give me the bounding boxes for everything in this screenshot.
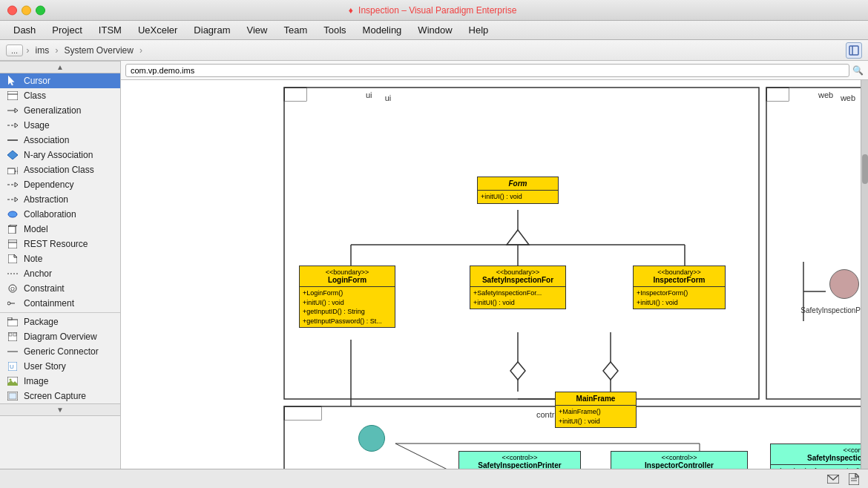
maximize-button[interactable]: [36, 5, 45, 15]
sidebar-item-cursor[interactable]: Cursor: [0, 73, 120, 88]
sidebar-item-class[interactable]: Class: [0, 88, 120, 103]
sidebar-label-generic-connector: Generic Connector: [24, 346, 99, 357]
form-box[interactable]: Form +initUI() : void: [477, 177, 559, 204]
sidebar-item-anchor[interactable]: Anchor: [0, 266, 120, 281]
scrollbar[interactable]: [861, 80, 868, 469]
screen-capture-icon: [6, 391, 19, 401]
sidebar-label-model: Model: [24, 224, 48, 234]
inspector-form-box[interactable]: <<boundary>> InspectorForm +InspectorFor…: [633, 266, 726, 309]
svg-rect-33: [9, 333, 12, 336]
svg-marker-6: [15, 108, 18, 113]
sidebar-item-collaboration[interactable]: Collaboration: [0, 207, 120, 222]
mainframe-body: +MainFrame() +initUI() : void: [556, 406, 636, 427]
safety-inspection-form-box[interactable]: <<boundary>> SafetyInspectionFor +Safety…: [470, 266, 566, 309]
constraint-icon: Ω: [6, 283, 19, 294]
svg-marker-15: [15, 182, 18, 187]
menu-item-diagram[interactable]: Diagram: [186, 23, 237, 37]
sidebar-item-diagram-overview[interactable]: Diagram Overview: [0, 329, 120, 344]
menu-item-project[interactable]: Project: [45, 23, 89, 37]
search-input[interactable]: [125, 64, 849, 77]
association-icon: [6, 135, 19, 145]
sidebar-item-nary[interactable]: N-ary Association: [0, 148, 120, 162]
abstraction-icon: [6, 194, 19, 205]
svg-marker-24: [14, 254, 17, 257]
nary-icon: [6, 150, 19, 160]
svg-point-18: [8, 211, 17, 217]
sidebar-label-cursor: Cursor: [24, 76, 50, 86]
svg-rect-42: [9, 393, 16, 399]
sidebar-label-association: Association: [24, 135, 69, 145]
menu-item-help[interactable]: Help: [461, 23, 496, 37]
sidebar-scroll-down[interactable]: ▼: [0, 403, 120, 416]
sidebar-scroll-up[interactable]: ▲: [0, 61, 120, 73]
loginform-box[interactable]: <<boundary>> LoginForm +LoginForm() +ini…: [299, 266, 395, 328]
sidebar-label-user-story: User Story: [24, 361, 66, 372]
file-button[interactable]: [846, 471, 862, 487]
safety-inspection-form-body: +SafetyInspectionFor... +initUI() : void: [470, 287, 565, 309]
title-icon: ♦: [349, 5, 353, 16]
sidebar-item-rest[interactable]: REST Resource: [0, 237, 120, 251]
menu-item-view[interactable]: View: [239, 23, 274, 37]
mainframe-box[interactable]: MainFrame +MainFrame() +initUI() : void: [555, 392, 637, 428]
sidebar-item-image[interactable]: Image: [0, 374, 120, 389]
sidebar-item-screen-capture[interactable]: Screen Capture: [0, 389, 120, 403]
sidebar-item-association-class[interactable]: Association Class: [0, 162, 120, 177]
menu-item-uexceler[interactable]: UeXceler: [131, 23, 185, 37]
anchor-icon: [6, 268, 19, 279]
scrollbar-thumb[interactable]: [862, 154, 868, 184]
sidebar-item-usage[interactable]: Usage: [0, 118, 120, 133]
svg-point-29: [7, 302, 10, 305]
menu-item-team[interactable]: Team: [276, 23, 315, 37]
menu-item-dash[interactable]: Dash: [6, 23, 43, 37]
sidebar-item-abstraction[interactable]: Abstraction: [0, 192, 120, 207]
menubar: DashProjectITSMUeXcelerDiagramViewTeamTo…: [0, 21, 868, 40]
close-button[interactable]: [7, 5, 17, 15]
sidebar-item-note[interactable]: Note: [0, 251, 120, 266]
menu-item-tools[interactable]: Tools: [316, 23, 353, 37]
form-title: Form: [478, 177, 558, 191]
sidebar-item-constraint[interactable]: Ω Constraint: [0, 281, 120, 296]
window-controls: [7, 5, 45, 15]
sidebar-label-screen-capture: Screen Capture: [24, 391, 86, 401]
sidebar-label-package: Package: [24, 317, 59, 327]
breadcrumb-dropdown[interactable]: ›: [139, 45, 142, 56]
safety-inspection-pda-controller-box[interactable]: <<control>> SafetyInspectionPDAControlle…: [770, 444, 861, 469]
sidebar-item-association[interactable]: Association: [0, 133, 120, 148]
search-icon[interactable]: 🔍: [852, 65, 864, 76]
svg-marker-2: [8, 76, 14, 85]
breadcrumb-ims[interactable]: ims: [33, 45, 53, 56]
back-button[interactable]: ...: [6, 44, 23, 56]
package-icon: [6, 317, 19, 327]
containment-icon: [6, 298, 19, 309]
sidebar-item-generalization[interactable]: Generalization: [0, 103, 120, 118]
diagram-canvas[interactable]: ui web controller: [121, 80, 861, 469]
minimize-button[interactable]: [22, 5, 31, 15]
svg-marker-8: [15, 123, 18, 128]
sidebar-item-dependency[interactable]: Dependency: [0, 177, 120, 192]
sidebar-label-constraint: Constraint: [24, 283, 65, 294]
svg-rect-31: [7, 317, 12, 320]
sidebar-item-containment[interactable]: Containment: [0, 296, 120, 311]
menu-item-window[interactable]: Window: [410, 23, 459, 37]
sidebar-item-generic-connector[interactable]: Generic Connector: [0, 344, 120, 359]
sidebar-label-generalization: Generalization: [24, 105, 81, 116]
safety-inspection-page-circle[interactable]: [829, 269, 859, 299]
breadcrumb-system-overview[interactable]: System Overview: [62, 45, 137, 56]
sidebar-item-user-story[interactable]: U User Story: [0, 359, 120, 374]
mail-button[interactable]: [825, 471, 841, 487]
menu-item-modeling[interactable]: Modeling: [355, 23, 410, 37]
model-icon: [6, 224, 19, 234]
menu-item-itsm[interactable]: ITSM: [91, 23, 129, 37]
sidebar-label-collaboration: Collaboration: [24, 209, 76, 220]
panel-toggle-button[interactable]: [846, 42, 862, 59]
rest-icon: [6, 239, 19, 249]
web-label: web: [818, 90, 833, 99]
sidebar-item-package[interactable]: Package: [0, 314, 120, 329]
inspector-controller-box[interactable]: <<control>> InspectorController +loadIns…: [611, 451, 748, 469]
breadcrumb-sep1: ›: [26, 44, 29, 56]
sidebar-item-model[interactable]: Model: [0, 222, 120, 237]
safety-inspection-printer-box[interactable]: <<control>> SafetyInspectionPrinter +pri…: [458, 451, 581, 469]
sidebar-label-nary: N-ary Association: [24, 150, 93, 160]
ui-label: ui: [366, 90, 372, 99]
svg-rect-19: [8, 226, 16, 234]
